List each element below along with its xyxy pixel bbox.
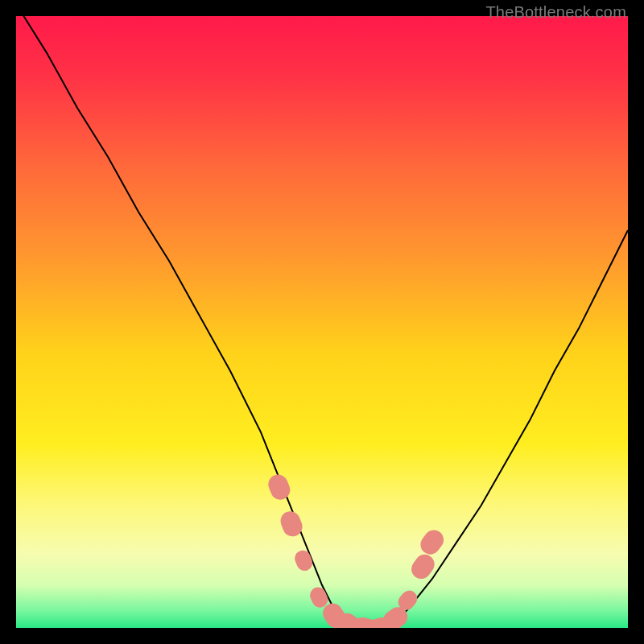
- curve-marker: [417, 526, 448, 559]
- plot-area: [16, 16, 628, 628]
- chart-frame: TheBottleneck.com: [0, 0, 644, 644]
- curve-line: [16, 16, 628, 628]
- bottleneck-curve: [16, 16, 628, 628]
- watermark-text: TheBottleneck.com: [485, 3, 626, 22]
- curve-marker: [266, 472, 293, 502]
- curve-marker: [292, 548, 315, 573]
- curve-markers: [266, 472, 448, 628]
